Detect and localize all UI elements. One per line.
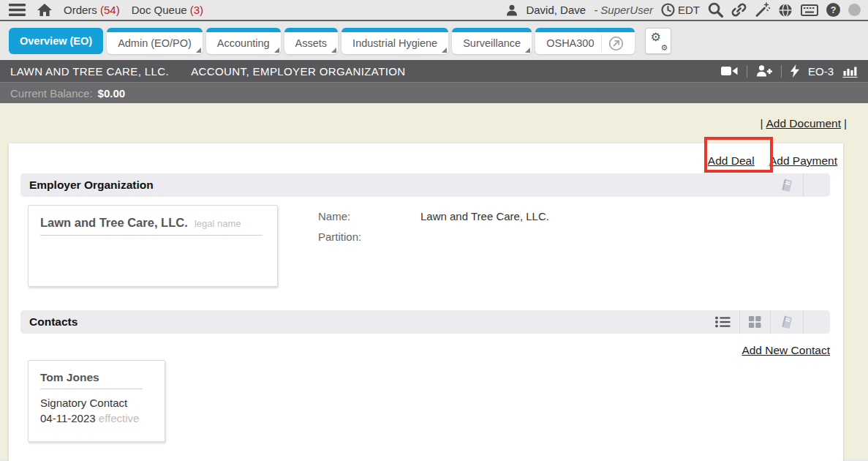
panel-action-links: Add Deal Add Payment bbox=[9, 143, 843, 168]
employer-card-subtitle: legal name bbox=[195, 218, 241, 229]
user-name[interactable]: David, Dave bbox=[526, 4, 586, 16]
home-icon[interactable] bbox=[37, 4, 52, 16]
doc-queue-link[interactable]: Doc Queue (3) bbox=[132, 4, 203, 16]
add-contact-row: Add New Contact bbox=[9, 334, 843, 357]
add-payment-link[interactable]: Add Payment bbox=[769, 154, 837, 167]
tab-settings-button[interactable]: ⚙ ⚙ bbox=[645, 28, 671, 54]
tab-admin-eo-po[interactable]: Admin (EO/PO) bbox=[107, 28, 203, 54]
doc-queue-count: (3) bbox=[190, 4, 203, 16]
divider bbox=[747, 65, 747, 78]
doc-queue-label: Doc Queue bbox=[132, 4, 187, 16]
employer-card-title: Lawn and Tree Care, LLC. bbox=[40, 216, 188, 229]
entity-ref: EO-3 bbox=[808, 65, 834, 78]
add-new-contact-link[interactable]: Add New Contact bbox=[741, 344, 830, 356]
orders-count: (54) bbox=[100, 4, 120, 16]
employer-organization-header: Employer Organization bbox=[20, 173, 830, 197]
employer-card[interactable]: Lawn and Tree Care, LLC. legal name bbox=[28, 205, 278, 287]
user-role: - SuperUser bbox=[594, 4, 653, 16]
tab-overview-eo[interactable]: Overview (EO) bbox=[9, 28, 103, 54]
section-title: Contacts bbox=[20, 315, 78, 329]
status-circle-icon bbox=[848, 4, 861, 16]
contact-role: Signatory Contact bbox=[40, 395, 153, 411]
clock-icon[interactable] bbox=[661, 3, 675, 17]
employer-fields: Name:Lawn and Tree Care, LLC. Partition: bbox=[318, 205, 549, 287]
main-panel: Add Deal Add Payment Employer Organizati… bbox=[9, 143, 843, 461]
entity-subtitle: ACCOUNT, EMPLOYER ORGANIZATION bbox=[191, 65, 405, 78]
orders-label: Orders bbox=[64, 4, 97, 16]
field-row-name: Name:Lawn and Tree Care, LLC. bbox=[318, 206, 549, 227]
user-icon bbox=[506, 4, 518, 16]
book-icon[interactable] bbox=[771, 310, 803, 334]
tab-row: Overview (EO) Admin (EO/PO) Accounting A… bbox=[0, 21, 868, 60]
balance-bar: Current Balance: $0.00 bbox=[0, 82, 868, 103]
add-document-link[interactable]: Add Document bbox=[766, 117, 841, 130]
contact-date: 04-11-2023 bbox=[40, 412, 96, 424]
contact-name: Tom Jones bbox=[40, 371, 99, 383]
balance-value: $0.00 bbox=[98, 87, 126, 100]
field-row-partition: Partition: bbox=[318, 227, 549, 247]
lightning-icon[interactable] bbox=[790, 64, 799, 78]
link-icon[interactable] bbox=[731, 2, 747, 18]
keyboard-icon[interactable] bbox=[801, 4, 818, 16]
globe-icon[interactable] bbox=[778, 3, 793, 18]
entity-name: LAWN AND TREE CARE, LLC. bbox=[10, 65, 169, 78]
content-area: |Add Document| Add Deal Add Payment Empl… bbox=[0, 103, 868, 460]
field-label: Name: bbox=[318, 206, 420, 227]
grid-view-icon[interactable] bbox=[740, 310, 770, 334]
svg-text:?: ? bbox=[831, 5, 837, 15]
entity-title-bar: LAWN AND TREE CARE, LLC. ACCOUNT, EMPLOY… bbox=[0, 60, 868, 82]
menu-icon[interactable] bbox=[9, 4, 26, 16]
wand-icon[interactable] bbox=[755, 2, 770, 18]
field-label: Partition: bbox=[318, 227, 420, 247]
add-deal-link[interactable]: Add Deal bbox=[708, 154, 755, 167]
top-bar: Orders (54) Doc Queue (3) David, Dave - … bbox=[0, 0, 868, 21]
add-document-row: |Add Document| bbox=[757, 117, 850, 130]
tab-industrial-hygiene[interactable]: Industrial Hygiene bbox=[341, 28, 448, 54]
orders-link[interactable]: Orders (54) bbox=[64, 4, 120, 16]
timezone-label: EDT bbox=[678, 4, 700, 16]
book-icon[interactable] bbox=[771, 173, 803, 197]
contact-date-note: effective bbox=[99, 412, 140, 424]
field-value: Lawn and Tree Care, LLC. bbox=[420, 210, 549, 222]
help-icon[interactable]: ? bbox=[826, 3, 840, 17]
external-link-icon[interactable] bbox=[601, 34, 624, 52]
gears-icon: ⚙ bbox=[650, 30, 660, 44]
tab-osha300[interactable]: OSHA300 bbox=[535, 28, 635, 54]
tab-surveillance[interactable]: Surveillance bbox=[452, 28, 532, 54]
video-camera-icon[interactable] bbox=[721, 66, 738, 76]
add-person-icon[interactable] bbox=[756, 65, 772, 77]
list-view-icon[interactable] bbox=[706, 310, 739, 334]
gears-icon-small: ⚙ bbox=[661, 43, 668, 53]
employer-organization-body: Lawn and Tree Care, LLC. legal name Name… bbox=[28, 205, 843, 287]
contacts-header: Contacts bbox=[20, 310, 830, 334]
balance-label: Current Balance: bbox=[10, 87, 93, 100]
contact-card[interactable]: Tom Jones Signatory Contact 04-11-2023 e… bbox=[28, 360, 165, 442]
section-title: Employer Organization bbox=[20, 179, 154, 192]
search-icon[interactable] bbox=[708, 2, 723, 18]
tab-accounting[interactable]: Accounting bbox=[206, 28, 281, 54]
bar-chart-icon[interactable] bbox=[842, 64, 858, 78]
contact-date-line: 04-11-2023 effective bbox=[40, 411, 153, 426]
divider bbox=[781, 65, 782, 78]
tab-assets[interactable]: Assets bbox=[284, 28, 339, 54]
